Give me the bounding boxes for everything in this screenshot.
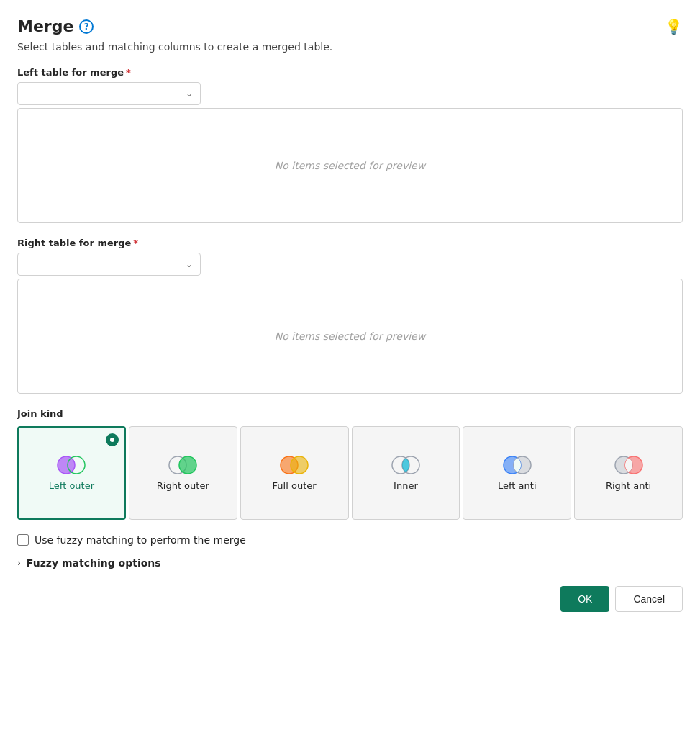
dialog-header: Merge ? 💡: [17, 17, 683, 35]
join-option-left-anti-label: Left anti: [498, 480, 537, 492]
right-table-chevron-icon: ⌄: [186, 259, 193, 269]
right-table-preview: No items selected for preview: [17, 279, 683, 394]
help-icon[interactable]: ?: [79, 19, 94, 34]
fuzzy-options-row[interactable]: › Fuzzy matching options: [17, 557, 683, 569]
cancel-button[interactable]: Cancel: [615, 586, 683, 612]
join-option-right-outer-label: Right outer: [157, 480, 209, 492]
selected-indicator: [106, 433, 119, 446]
page-title: Merge: [17, 17, 73, 35]
full-outer-icon: [276, 454, 312, 476]
left-table-preview: No items selected for preview: [17, 108, 683, 223]
join-option-full-outer[interactable]: Full outer: [240, 426, 349, 520]
fuzzy-checkbox-row: Use fuzzy matching to perform the merge: [17, 534, 683, 546]
right-outer-icon: [165, 454, 201, 476]
fuzzy-checkbox[interactable]: [17, 534, 29, 546]
left-outer-icon: [53, 454, 89, 476]
join-kind-label: Join kind: [17, 408, 683, 419]
join-option-right-anti[interactable]: Right anti: [574, 426, 683, 520]
subtitle: Select tables and matching columns to cr…: [17, 41, 683, 53]
join-option-inner[interactable]: Inner: [352, 426, 460, 520]
title-row: Merge ?: [17, 17, 94, 35]
join-option-full-outer-label: Full outer: [273, 480, 317, 492]
join-option-right-anti-label: Right anti: [606, 480, 651, 492]
join-option-left-outer-label: Left outer: [49, 480, 94, 492]
dialog-footer: OK Cancel: [17, 586, 683, 612]
fuzzy-checkbox-label[interactable]: Use fuzzy matching to perform the merge: [35, 534, 246, 546]
fuzzy-options-label: Fuzzy matching options: [27, 557, 161, 569]
left-table-chevron-icon: ⌄: [186, 89, 193, 99]
chevron-right-icon: ›: [17, 558, 21, 568]
join-option-left-anti[interactable]: Left anti: [463, 426, 571, 520]
join-option-inner-label: Inner: [394, 480, 418, 492]
inner-icon: [388, 454, 424, 476]
ok-button[interactable]: OK: [560, 586, 609, 612]
join-option-left-outer[interactable]: Left outer: [17, 426, 126, 520]
svg-point-5: [291, 456, 308, 474]
left-anti-icon: [499, 454, 535, 476]
svg-point-0: [58, 456, 75, 474]
right-table-label: Right table for merge*: [17, 238, 683, 248]
join-kind-options: Left outer Right outer Full outer Inner: [17, 426, 683, 520]
svg-point-3: [179, 456, 196, 474]
right-table-dropdown[interactable]: ⌄: [17, 253, 201, 276]
right-table-preview-text: No items selected for preview: [275, 330, 425, 342]
left-table-preview-text: No items selected for preview: [275, 160, 425, 171]
join-option-right-outer[interactable]: Right outer: [129, 426, 237, 520]
right-anti-icon: [611, 454, 647, 476]
left-table-label: Left table for merge*: [17, 67, 683, 78]
bulb-icon[interactable]: 💡: [665, 18, 683, 35]
left-table-dropdown[interactable]: ⌄: [17, 82, 201, 105]
